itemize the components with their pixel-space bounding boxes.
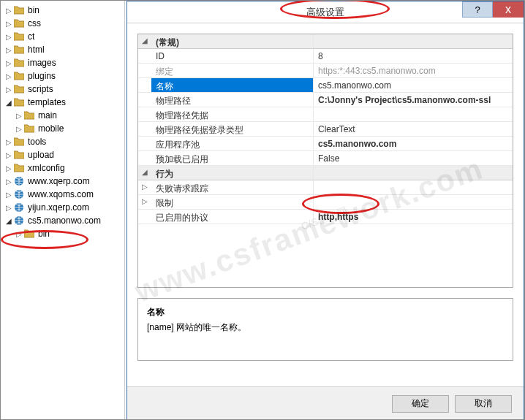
globe-icon xyxy=(13,188,25,200)
property-row[interactable]: 物理路径C:\Jonny's Project\cs5.manonwo.com-s… xyxy=(138,93,513,107)
property-row[interactable]: 物理路径凭据登录类型ClearText xyxy=(138,122,513,137)
expand-icon[interactable]: ▷ xyxy=(15,125,23,133)
property-row[interactable]: 应用程序池cs5.manonwo.com xyxy=(138,137,513,151)
folder-icon xyxy=(13,31,25,42)
expand-icon[interactable]: ▷ xyxy=(5,191,12,199)
property-row[interactable]: 绑定https:*:443:cs5.manonwo.com xyxy=(138,64,513,78)
tree-item-label: ct xyxy=(28,31,34,42)
expand-icon xyxy=(138,137,151,150)
folder-icon xyxy=(13,70,25,82)
property-value[interactable]: http,https xyxy=(314,210,513,224)
property-grid[interactable]: ◢(常规)ID8绑定https:*:443:cs5.manonwo.com名称c… xyxy=(137,34,513,288)
property-value[interactable] xyxy=(314,107,513,121)
property-row[interactable]: 已启用的协议http,https xyxy=(138,210,513,224)
expand-icon[interactable]: ▷ xyxy=(5,7,12,15)
property-value[interactable]: https:*:443:cs5.manonwo.com xyxy=(314,64,513,77)
title-bar: 高级设置 ? x xyxy=(127,1,524,23)
expand-icon xyxy=(138,49,151,63)
tree-item-xmlconfig[interactable]: ▷xmlconfig xyxy=(2,161,123,175)
tree-item-label: xmlconfig xyxy=(28,163,65,173)
tree-item-bin[interactable]: ▷bin xyxy=(2,227,123,240)
ok-button[interactable]: 确定 xyxy=(392,395,449,413)
property-value[interactable]: C:\Jonny's Project\cs5.manonwo.com-ssl xyxy=(314,93,513,107)
tree-item-css[interactable]: ▷css xyxy=(2,17,123,30)
tree-item-www-xqoms-com[interactable]: ▷www.xqoms.com xyxy=(2,188,123,201)
tree-item-ct[interactable]: ▷ct xyxy=(2,30,123,43)
property-row[interactable]: 物理路径凭据 xyxy=(138,107,513,122)
expand-icon[interactable]: ◢ xyxy=(5,99,12,107)
expand-icon[interactable]: ▷ xyxy=(5,20,12,28)
property-value[interactable]: cs5.manonwo.com xyxy=(314,78,513,92)
tree-item-upload[interactable]: ▷upload xyxy=(2,148,123,161)
property-key: 限制 xyxy=(151,195,314,209)
expand-icon[interactable]: ▷ xyxy=(15,230,23,238)
tree-item-plugins[interactable]: ▷plugins xyxy=(2,69,123,83)
collapse-icon[interactable]: ◢ xyxy=(138,166,151,180)
property-value[interactable]: False xyxy=(314,151,513,165)
tree-item-cs5-manonwo-com[interactable]: ◢cs5.manonwo.com xyxy=(2,214,123,227)
property-value[interactable]: ClearText xyxy=(314,122,513,136)
tree-item-label: scripts xyxy=(28,84,53,94)
tree-item-tools[interactable]: ▷tools xyxy=(2,135,123,148)
tree-item-images[interactable]: ▷images xyxy=(2,56,123,69)
expand-icon[interactable]: ▷ xyxy=(5,151,12,159)
folder-icon xyxy=(13,162,25,174)
property-row[interactable]: 名称cs5.manonwo.com xyxy=(138,78,513,93)
property-row[interactable]: 预加载已启用False xyxy=(138,151,513,166)
tree-item-templates[interactable]: ◢templates xyxy=(2,96,123,109)
expand-icon[interactable]: ▷ xyxy=(5,164,12,172)
expand-icon[interactable]: ▷ xyxy=(138,195,151,209)
property-key: ID xyxy=(151,49,314,63)
expand-icon[interactable]: ◢ xyxy=(5,217,12,225)
tree-item-www-xqerp-com[interactable]: ▷www.xqerp.com xyxy=(2,175,123,188)
property-row[interactable]: ▷失败请求跟踪 xyxy=(138,180,513,195)
property-key: 失败请求跟踪 xyxy=(151,180,314,194)
tree-item-label: www.xqerp.com xyxy=(28,176,90,186)
tree-item-label: main xyxy=(38,110,57,121)
collapse-icon[interactable]: ◢ xyxy=(138,34,151,48)
tree-item-label: upload xyxy=(28,150,54,160)
property-value[interactable] xyxy=(314,180,513,194)
help-button[interactable]: ? xyxy=(462,1,493,18)
tree-item-bin[interactable]: ▷bin xyxy=(2,4,123,17)
tree-item-scripts[interactable]: ▷scripts xyxy=(2,83,123,96)
expand-icon xyxy=(138,122,151,136)
group-header[interactable]: ◢行为 xyxy=(138,166,513,180)
expand-icon[interactable]: ▷ xyxy=(138,180,151,194)
property-key: 绑定 xyxy=(151,64,314,77)
property-value[interactable] xyxy=(314,195,513,209)
group-header[interactable]: ◢(常规) xyxy=(138,34,513,49)
expand-icon xyxy=(138,151,151,165)
property-row[interactable]: ▷限制 xyxy=(138,195,513,210)
tree-item-html[interactable]: ▷html xyxy=(2,43,123,56)
folder-icon xyxy=(23,123,35,134)
expand-icon xyxy=(138,210,151,224)
tree-item-yijun-xqerp-com[interactable]: ▷yijun.xqerp.com xyxy=(2,201,123,214)
expand-icon[interactable]: ▷ xyxy=(5,59,12,67)
expand-icon[interactable]: ▷ xyxy=(5,204,12,212)
globe-icon xyxy=(13,215,25,226)
property-value[interactable]: 8 xyxy=(314,49,513,63)
tree-item-main[interactable]: ▷main xyxy=(2,109,123,122)
folder-icon xyxy=(13,136,25,148)
property-value[interactable]: cs5.manonwo.com xyxy=(314,137,513,150)
expand-icon[interactable]: ▷ xyxy=(15,112,23,120)
expand-icon[interactable]: ▷ xyxy=(5,72,12,80)
expand-icon[interactable]: ▷ xyxy=(5,46,12,54)
property-key: 已启用的协议 xyxy=(151,210,314,224)
expand-icon[interactable]: ▷ xyxy=(5,138,12,146)
folder-icon xyxy=(13,96,25,108)
expand-icon[interactable]: ▷ xyxy=(5,33,12,41)
advanced-settings-dialog: 高级设置 ? x ◢(常规)ID8绑定https:*:443:cs5.manon… xyxy=(126,1,524,420)
property-row[interactable]: ID8 xyxy=(138,49,513,64)
expand-icon[interactable]: ▷ xyxy=(5,85,12,93)
expand-icon[interactable]: ▷ xyxy=(5,177,12,186)
close-button[interactable]: x xyxy=(493,1,524,18)
tree-item-label: css xyxy=(28,18,41,28)
globe-icon xyxy=(13,202,25,213)
property-key: 物理路径 xyxy=(151,93,314,107)
cancel-button[interactable]: 取消 xyxy=(455,395,512,413)
tree-sidebar: ▷bin▷css▷ct▷html▷images▷plugins▷scripts◢… xyxy=(1,1,125,420)
group-name: 行为 xyxy=(151,166,314,180)
tree-item-mobile[interactable]: ▷mobile xyxy=(2,122,123,135)
